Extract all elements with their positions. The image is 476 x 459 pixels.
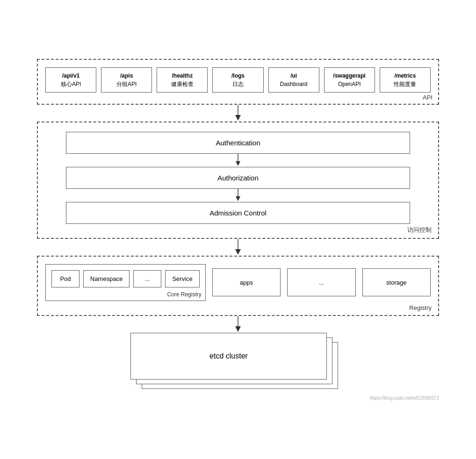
api-boxes: /api/v1核心API/apis分组API/healthz健康检查/logs日… xyxy=(45,67,431,93)
access-arrow xyxy=(66,189,410,202)
access-box: Authentication xyxy=(66,132,410,154)
registry-layer: PodNamespace...ServiceCore Registry apps… xyxy=(37,256,439,316)
access-box: Authorization xyxy=(66,167,410,189)
diagram-wrapper: /api/v1核心API/apis分组API/healthz健康检查/logs日… xyxy=(28,50,448,410)
registry-label: Registry xyxy=(409,304,432,311)
api-box: /metrics性能度量 xyxy=(380,67,431,93)
other-registries: apps...storage xyxy=(212,264,431,301)
svg-marker-9 xyxy=(235,326,241,332)
api-box: /api/v1核心API xyxy=(45,67,96,93)
core-reg-box: Service xyxy=(165,270,199,287)
api-box: /apis分组API xyxy=(101,67,152,93)
etcd-box-front: etcd cluster xyxy=(130,333,327,380)
svg-marker-7 xyxy=(235,249,241,255)
access-label: 访问控制 xyxy=(407,226,432,234)
access-arrow xyxy=(66,154,410,167)
other-reg-box: apps xyxy=(212,268,281,296)
api-layer: /api/v1核心API/apis分组API/healthz健康检查/logs日… xyxy=(37,59,439,105)
api-box: /swaggerapiOpenAPI xyxy=(324,67,375,93)
api-box: /healthz健康检查 xyxy=(157,67,208,93)
other-reg-box: ... xyxy=(287,268,355,296)
other-reg-box: storage xyxy=(362,268,431,296)
arrow-access-to-registry xyxy=(37,239,439,256)
svg-marker-5 xyxy=(236,196,240,201)
core-registry: PodNamespace...ServiceCore Registry xyxy=(45,264,206,301)
core-reg-box: Namespace xyxy=(83,270,130,287)
etcd-label: etcd cluster xyxy=(209,352,248,360)
svg-marker-1 xyxy=(235,115,241,121)
api-box: /logs日志 xyxy=(212,67,263,93)
access-layer: Authentication Authorization Admission C… xyxy=(37,122,439,239)
access-box: Admission Control xyxy=(66,202,410,224)
core-reg-box: ... xyxy=(133,270,161,287)
core-registry-label: Core Registry xyxy=(167,291,201,298)
svg-marker-3 xyxy=(236,161,240,166)
core-reg-box: Pod xyxy=(51,270,79,287)
arrow-registry-to-etcd xyxy=(233,316,243,333)
watermark: https://blog.csdn.net/u013068372 xyxy=(37,395,439,401)
api-label: API xyxy=(423,94,433,101)
etcd-section: etcd cluster xyxy=(37,316,439,394)
etcd-cluster: etcd cluster xyxy=(130,333,346,394)
api-box: /uiDashboard xyxy=(268,67,319,93)
arrow-api-to-access xyxy=(37,105,439,122)
